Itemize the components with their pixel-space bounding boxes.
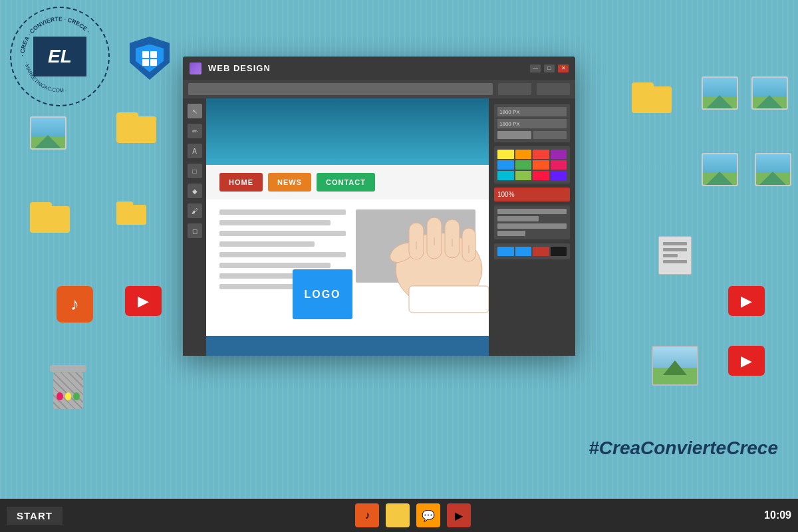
photo-icon xyxy=(652,346,698,386)
color-swatch-pink[interactable] xyxy=(551,160,567,170)
folder-icon-topright[interactable] xyxy=(632,80,672,113)
taskbar-video-icon[interactable]: ▶ xyxy=(447,503,471,527)
color-swatch-yellow[interactable] xyxy=(497,150,514,159)
folder-icon-midleft2[interactable] xyxy=(116,200,146,225)
shield-icon xyxy=(130,37,170,80)
folder-icon-topleft[interactable] xyxy=(116,110,156,143)
dot-red xyxy=(533,247,549,256)
window-controls[interactable]: — □ ✕ xyxy=(530,65,569,72)
panel-bar xyxy=(533,131,567,139)
image-icon-topright1[interactable] xyxy=(702,76,738,110)
color-swatch-orange[interactable] xyxy=(515,150,532,159)
panel-dots xyxy=(497,247,567,256)
zoom-row: 100% xyxy=(497,191,567,198)
music-icon-left[interactable]: ♪ xyxy=(57,286,93,323)
image-icon xyxy=(702,76,738,110)
video-icon-left[interactable] xyxy=(125,286,162,316)
video-icon xyxy=(728,286,765,316)
image-icon-midright[interactable] xyxy=(702,153,738,186)
video-icon-midright[interactable] xyxy=(728,286,765,316)
taskbar-chat-icon[interactable]: 💬 xyxy=(416,503,440,527)
color-swatch-green[interactable] xyxy=(515,160,532,170)
text-line xyxy=(219,231,346,236)
eraser-tool[interactable]: ◻ xyxy=(188,223,202,238)
hand-area xyxy=(346,183,489,316)
panel-bar-full xyxy=(497,209,567,214)
svg-text:· CREA · CONVIERTE · CRECE ·: · CREA · CONVIERTE · CRECE · xyxy=(19,15,91,57)
address-input[interactable] xyxy=(188,83,493,95)
music-icon: ♪ xyxy=(57,286,93,323)
window-content: ↖ ✏ A □ ◆ 🖌 ◻ HOME NEWS CONTACT xyxy=(183,98,575,356)
text-line xyxy=(219,220,331,225)
text-line xyxy=(219,252,346,257)
color-swatch-red[interactable] xyxy=(533,150,549,159)
cursor-tool[interactable]: ↖ xyxy=(188,104,202,118)
dimension-section: 1800 PX 1800 PX xyxy=(494,104,570,142)
trash-icon[interactable] xyxy=(47,362,90,409)
bars-section xyxy=(494,205,570,239)
minimize-button[interactable]: — xyxy=(530,65,541,72)
nav-home-button[interactable]: HOME xyxy=(219,173,263,192)
folder-icon xyxy=(30,200,70,233)
site-header-area xyxy=(206,98,489,165)
diamond-tool[interactable]: ◆ xyxy=(188,184,202,198)
dot-dark xyxy=(551,247,567,256)
logo-piece[interactable]: LOGO xyxy=(293,269,352,319)
taskbar-music-icon[interactable]: ♪ xyxy=(355,503,379,527)
folder-icon xyxy=(116,110,156,143)
width-value: 1800 PX xyxy=(499,109,520,115)
image-icon-midright2[interactable] xyxy=(755,153,791,186)
color-swatch-lightgreen[interactable] xyxy=(515,171,532,180)
photo-icon-bottomright[interactable] xyxy=(652,346,698,386)
panel-bars xyxy=(497,209,567,236)
logo-piece-text: LOGO xyxy=(304,289,340,301)
taskbar-folder-icon[interactable] xyxy=(386,503,410,527)
color-swatch-brightred[interactable] xyxy=(533,171,549,180)
svg-text:· MARKETINGAC.COM ·: · MARKETINGAC.COM · xyxy=(23,61,67,93)
panel-bar xyxy=(497,131,531,139)
image-icon xyxy=(30,116,66,150)
shield-desktop-icon[interactable] xyxy=(130,37,170,80)
canvas[interactable]: HOME NEWS CONTACT xyxy=(206,98,489,356)
color-swatch-deepviolet[interactable] xyxy=(551,171,567,180)
window-addressbar xyxy=(183,80,575,98)
window-title: WEB DESIGN xyxy=(208,63,523,73)
video-icon-bottomright[interactable] xyxy=(728,346,765,376)
text-tool[interactable]: A xyxy=(188,144,202,158)
image-icon-topright2[interactable] xyxy=(751,76,788,110)
folder-icon xyxy=(632,80,672,113)
nav-news-button[interactable]: NEWS xyxy=(268,173,311,192)
taskbar-time: 10:09 xyxy=(764,509,791,521)
window-titlebar: WEB DESIGN — □ ✕ xyxy=(183,57,575,80)
image-icon xyxy=(751,76,788,110)
text-line xyxy=(219,209,346,215)
image-icon-topleft[interactable] xyxy=(30,116,66,150)
shape-tool[interactable]: □ xyxy=(188,164,202,178)
red-panel-section: 100% xyxy=(494,188,570,201)
color-swatch-deeporange[interactable] xyxy=(533,160,549,170)
brush-tool[interactable]: 🖌 xyxy=(188,203,202,218)
dot-blue xyxy=(497,247,514,256)
color-swatch-purple[interactable] xyxy=(551,150,567,159)
pen-tool[interactable]: ✏ xyxy=(188,124,202,138)
taskbar-icons: ♪ 💬 ▶ xyxy=(355,503,471,527)
doc-icon-right[interactable] xyxy=(658,236,692,275)
height-input[interactable]: 1800 PX xyxy=(497,119,567,128)
search-button[interactable] xyxy=(537,83,570,95)
taskbar: START ♪ 💬 ▶ 10:09 xyxy=(0,499,798,532)
color-swatch-blue[interactable] xyxy=(497,160,514,170)
folder-icon-midleft[interactable] xyxy=(30,200,70,233)
video-icon xyxy=(125,286,162,316)
logo-stamp: · CREA · CONVIERTE · CRECE · · MARKETING… xyxy=(10,7,113,110)
window-app-icon xyxy=(190,63,201,74)
start-button[interactable]: START xyxy=(7,507,63,525)
panel-bar-full2 xyxy=(497,223,567,229)
maximize-button[interactable]: □ xyxy=(544,65,555,72)
color-swatch-cyan[interactable] xyxy=(497,171,514,180)
trash-bin-icon xyxy=(47,362,90,409)
width-input[interactable]: 1800 PX xyxy=(497,107,567,116)
right-panel: 1800 PX 1800 PX xyxy=(489,98,575,356)
close-button[interactable]: ✕ xyxy=(558,65,569,72)
web-design-window: WEB DESIGN — □ ✕ ↖ ✏ A □ ◆ 🖌 ◻ HOME N xyxy=(183,57,575,356)
go-button[interactable] xyxy=(498,83,531,95)
